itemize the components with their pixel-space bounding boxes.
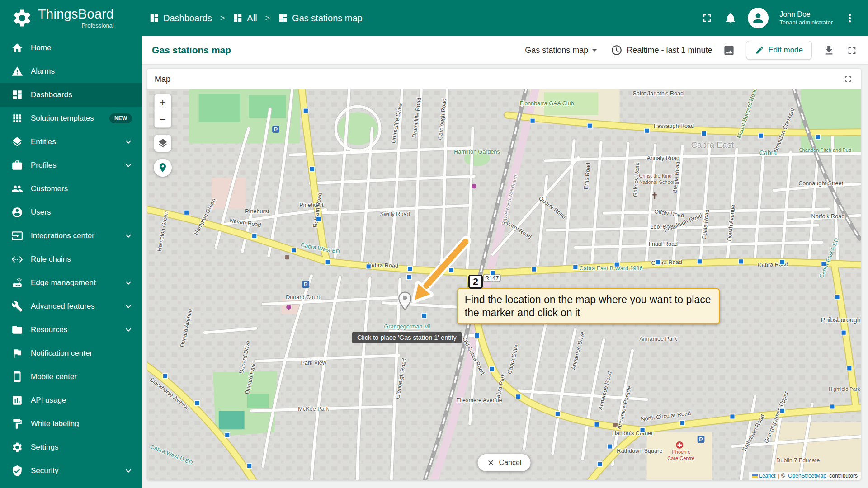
map-data-point[interactable] — [247, 463, 252, 468]
chevron-icon — [123, 136, 134, 147]
map-data-point[interactable] — [656, 260, 660, 265]
page-title: Gas stations map — [152, 45, 231, 56]
leaflet-link[interactable]: Leaflet — [759, 473, 775, 479]
map-data-point[interactable] — [195, 401, 200, 406]
sidebar-item-integrations-center[interactable]: Integrations center — [0, 224, 142, 248]
map-data-point[interactable] — [316, 216, 321, 221]
map-data-point[interactable] — [163, 374, 168, 379]
clock-icon — [611, 44, 623, 56]
map-data-point[interactable] — [532, 267, 537, 272]
place-marker-tool-button[interactable] — [154, 159, 172, 177]
map-data-point[interactable] — [407, 275, 412, 280]
sidebar-item-profiles[interactable]: Profiles — [0, 154, 142, 177]
map-data-point[interactable] — [701, 131, 706, 136]
map-data-point[interactable] — [759, 133, 764, 138]
sidebar-item-mobile-center[interactable]: Mobile center — [0, 365, 142, 389]
map-data-point[interactable] — [490, 366, 495, 371]
thingsboard-logo[interactable]: ThingsBoard Professional — [0, 8, 136, 29]
map-data-point[interactable] — [225, 433, 230, 438]
map-data-point[interactable] — [587, 123, 592, 128]
breadcrumb-item[interactable]: All — [233, 13, 257, 23]
map-data-point[interactable] — [607, 444, 612, 449]
notifications-bell-button[interactable] — [724, 12, 737, 24]
top-app-bar: ThingsBoard Professional Dashboards>All>… — [0, 0, 868, 36]
map-data-point[interactable] — [449, 267, 454, 272]
sidebar-item-solution-templates[interactable]: Solution templatesNEW — [0, 107, 142, 130]
map-data-point[interactable] — [835, 295, 840, 300]
cancel-button[interactable]: Cancel — [478, 454, 531, 471]
map-data-point[interactable] — [475, 333, 480, 338]
sidebar-item-advanced-features[interactable]: Advanced features — [0, 295, 142, 318]
map-data-point[interactable] — [252, 234, 257, 239]
map-data-point[interactable] — [303, 108, 308, 113]
map-data-point[interactable] — [640, 427, 645, 432]
zoom-in-button[interactable]: + — [155, 94, 171, 111]
fullscreen-toggle-button[interactable] — [846, 44, 858, 56]
map-data-point[interactable] — [816, 135, 821, 140]
more-menu-button[interactable] — [844, 12, 856, 24]
map-data-point[interactable] — [644, 128, 649, 133]
map-data-point[interactable] — [614, 262, 619, 267]
map-data-point[interactable] — [730, 414, 735, 419]
map-data-point[interactable] — [841, 330, 846, 335]
map-data-point[interactable] — [366, 264, 371, 269]
sidebar-item-resources[interactable]: Resources — [0, 318, 142, 342]
breadcrumb-item[interactable]: Dashboards — [149, 13, 212, 23]
map-data-point[interactable] — [597, 462, 602, 467]
sidebar-item-edge-management[interactable]: Edge management — [0, 271, 142, 295]
sidebar-item-settings[interactable]: Settings — [0, 436, 142, 459]
sidebar-item-rule-chains[interactable]: Rule chains — [0, 248, 142, 271]
timewindow-button[interactable]: Realtime - last 1 minute — [611, 44, 712, 56]
customers-icon — [11, 183, 23, 195]
map-label: Swilly Road — [380, 211, 410, 217]
osm-link[interactable]: OpenStreetMap — [788, 473, 826, 479]
map-data-point[interactable] — [847, 366, 852, 371]
map-data-point[interactable] — [780, 260, 785, 265]
sidebar-item-notification-center[interactable]: Notification center — [0, 342, 142, 365]
map-data-point[interactable] — [326, 260, 330, 265]
map-data-point[interactable] — [530, 118, 535, 123]
chevron-icon — [123, 230, 134, 241]
map-data-point[interactable] — [310, 167, 315, 172]
sidebar-item-home[interactable]: Home — [0, 36, 142, 60]
sidebar-item-entities[interactable]: Entities — [0, 130, 142, 154]
sidebar-item-white-labeling[interactable]: White labeling — [0, 412, 142, 436]
layers-button[interactable] — [154, 135, 171, 152]
sidebar-item-dashboards[interactable]: Dashboards — [0, 83, 142, 107]
map-data-point[interactable] — [573, 265, 578, 270]
map-data-point[interactable] — [594, 422, 599, 427]
zoom-out-button[interactable]: − — [155, 111, 171, 127]
map-data-point[interactable] — [184, 210, 189, 215]
image-gallery-button[interactable] — [723, 44, 735, 56]
map-data-point[interactable] — [680, 421, 685, 426]
widget-fullscreen-button[interactable] — [843, 74, 854, 84]
map-data-point[interactable] — [780, 408, 785, 413]
sidebar-item-customers[interactable]: Customers — [0, 177, 142, 201]
map-data-point[interactable] — [821, 261, 826, 266]
dashboard-select[interactable]: Gas stations map — [525, 45, 600, 56]
dashboard-toolbar: Gas stations map Gas stations map Realti… — [142, 36, 868, 64]
user-avatar[interactable] — [748, 8, 769, 28]
sidebar-item-security[interactable]: Security — [0, 459, 142, 483]
map-label: Imaal Road — [649, 241, 678, 247]
sidebar-item-api-usage[interactable]: API usage — [0, 389, 142, 412]
sidebar-item-label: Mobile center — [31, 372, 134, 381]
map-data-point[interactable] — [291, 248, 296, 253]
download-button[interactable] — [823, 44, 835, 56]
map-data-point[interactable] — [739, 259, 744, 264]
map-data-point[interactable] — [830, 404, 835, 409]
map-data-point[interactable] — [422, 313, 427, 318]
chevron-icon — [123, 301, 134, 312]
map-data-point[interactable] — [555, 411, 560, 416]
settings-icon — [11, 441, 23, 453]
fullscreen-button[interactable] — [701, 12, 713, 24]
breadcrumb-item[interactable]: Gas stations map — [278, 13, 363, 23]
map-data-point[interactable] — [490, 271, 495, 276]
map-data-point[interactable] — [516, 394, 521, 399]
map-data-point[interactable] — [697, 259, 702, 264]
edit-mode-button[interactable]: Edit mode — [746, 41, 812, 60]
map-data-point[interactable] — [407, 266, 412, 271]
sidebar-item-alarms[interactable]: Alarms — [0, 60, 142, 83]
map-canvas[interactable]: PPP Drumcliffe RoadCarnlough RoadDrumcli… — [147, 89, 861, 480]
sidebar-item-users[interactable]: Users — [0, 201, 142, 224]
